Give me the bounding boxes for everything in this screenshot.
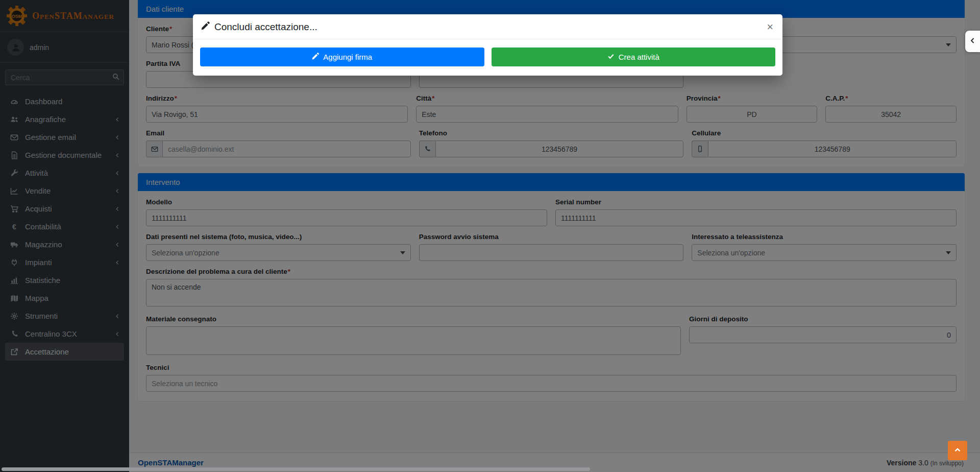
horizontal-scrollbar-thumb[interactable] <box>2 467 590 471</box>
chevron-left-icon <box>969 37 976 46</box>
aggiungi-firma-button[interactable]: Aggiungi firma <box>200 48 484 66</box>
crea-attivita-modal-button[interactable]: Crea attività <box>492 48 776 66</box>
modal-title: Concludi accettazione... <box>201 21 317 33</box>
modal-header: Concludi accettazione... × <box>193 14 782 39</box>
scroll-to-top-button[interactable] <box>948 441 967 460</box>
modal-footer: Aggiungi firma Crea attività <box>193 39 782 76</box>
chevron-up-icon <box>953 446 962 456</box>
pencil-icon <box>201 21 210 33</box>
right-panel-toggle[interactable] <box>965 31 980 52</box>
concludi-accettazione-modal: Concludi accettazione... × Aggiungi firm… <box>193 14 782 76</box>
check-icon <box>607 53 615 61</box>
close-icon[interactable]: × <box>766 21 774 33</box>
pencil-icon <box>312 53 319 61</box>
